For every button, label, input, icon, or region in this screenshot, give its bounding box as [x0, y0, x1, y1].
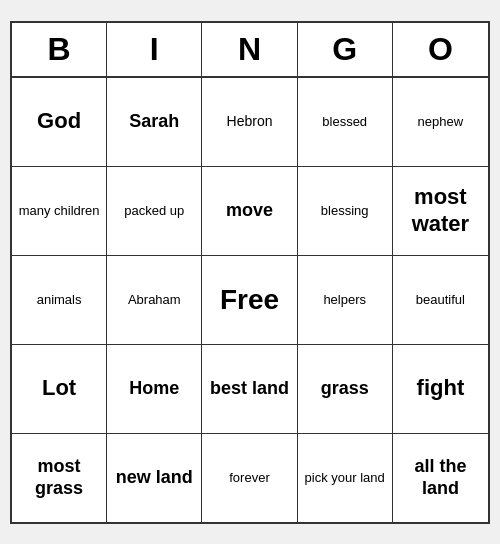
- header-letter: G: [298, 23, 393, 76]
- header-letter: B: [12, 23, 107, 76]
- header-letter: N: [202, 23, 297, 76]
- cell-r3-c1: Home: [107, 345, 202, 433]
- cell-r4-c0: most grass: [12, 434, 107, 522]
- cell-r1-c4: most water: [393, 167, 488, 255]
- bingo-row: animalsAbrahamFreehelpersbeautiful: [12, 256, 488, 345]
- cell-r2-c4: beautiful: [393, 256, 488, 344]
- header-letter: I: [107, 23, 202, 76]
- cell-r4-c2: forever: [202, 434, 297, 522]
- cell-r3-c2: best land: [202, 345, 297, 433]
- bingo-row: GodSarahHebronblessednephew: [12, 78, 488, 167]
- cell-r2-c3: helpers: [298, 256, 393, 344]
- cell-r3-c3: grass: [298, 345, 393, 433]
- cell-r0-c1: Sarah: [107, 78, 202, 166]
- bingo-row: many childrenpacked upmoveblessingmost w…: [12, 167, 488, 256]
- cell-r3-c0: Lot: [12, 345, 107, 433]
- cell-r2-c0: animals: [12, 256, 107, 344]
- cell-r1-c0: many children: [12, 167, 107, 255]
- cell-r4-c3: pick your land: [298, 434, 393, 522]
- cell-r0-c0: God: [12, 78, 107, 166]
- cell-r4-c4: all the land: [393, 434, 488, 522]
- header-letter: O: [393, 23, 488, 76]
- cell-r2-c1: Abraham: [107, 256, 202, 344]
- cell-r0-c3: blessed: [298, 78, 393, 166]
- bingo-card: BINGO GodSarahHebronblessednephewmany ch…: [10, 21, 490, 524]
- cell-r4-c1: new land: [107, 434, 202, 522]
- bingo-header: BINGO: [12, 23, 488, 78]
- cell-r2-c2: Free: [202, 256, 297, 344]
- cell-r3-c4: fight: [393, 345, 488, 433]
- cell-r1-c2: move: [202, 167, 297, 255]
- cell-r0-c4: nephew: [393, 78, 488, 166]
- bingo-row: most grassnew landforeverpick your landa…: [12, 434, 488, 522]
- bingo-body: GodSarahHebronblessednephewmany children…: [12, 78, 488, 522]
- cell-r1-c3: blessing: [298, 167, 393, 255]
- bingo-row: LotHomebest landgrassfight: [12, 345, 488, 434]
- cell-r1-c1: packed up: [107, 167, 202, 255]
- cell-r0-c2: Hebron: [202, 78, 297, 166]
